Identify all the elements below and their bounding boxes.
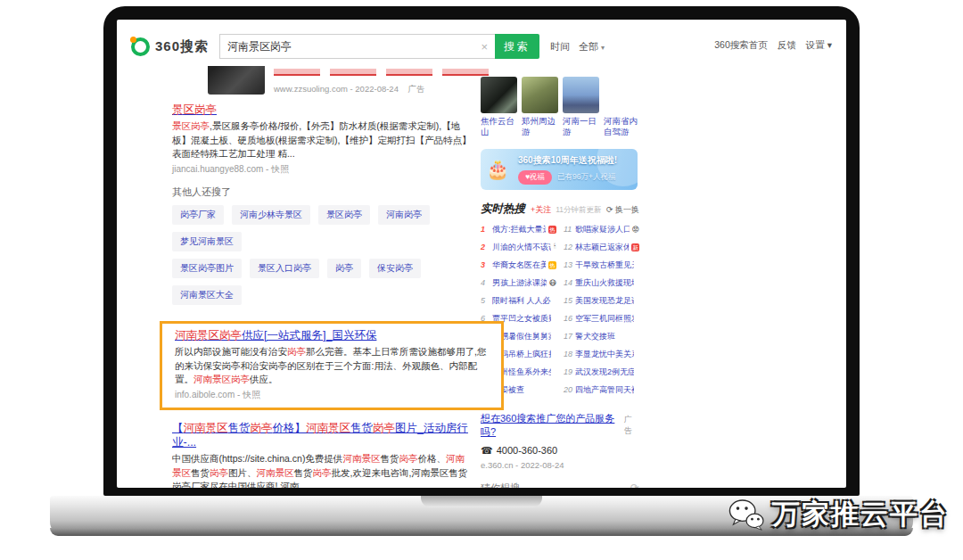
hot-label: 男孩上游泳课染HPV <box>492 277 547 289</box>
search-button[interactable]: 搜索 <box>495 34 539 59</box>
hot-search-item[interactable]: 12林志颖已返家休养新 <box>564 242 639 253</box>
hot-label: 四地产高管同天被查 <box>575 384 634 396</box>
hot-rank: 4 <box>481 278 490 287</box>
hot-search-item[interactable]: 16空军三机同框照发布 <box>564 313 639 325</box>
ad-thumbnail-image[interactable] <box>208 66 265 95</box>
result-title[interactable]: 景区岗亭 <box>172 103 217 117</box>
search-results-page: 360搜索 河南景区岗亭 × 搜索 时间 全部 ▾ <box>117 20 846 488</box>
hot-search-item[interactable]: 5限时福利 人人必备 <box>481 295 556 307</box>
hot-label: 俄方:拦截大量远程武器 <box>492 224 546 235</box>
search-filters: 时间 全部 ▾ <box>550 40 605 54</box>
hot-search-item[interactable]: 1俄方:拦截大量远程武器热 <box>481 224 556 235</box>
follow-button[interactable]: +关注 <box>531 204 551 216</box>
hot-search-item[interactable]: 17警犬交接班 <box>564 331 639 342</box>
results-content: www.zzsuoling.com - 2022-08-24 广告 景区岗亭景区… <box>117 66 846 488</box>
result-description: 所以内部设施可能没有治安岗亭那么完善。基本上日常所需设施都够用了,您的来访保安岗… <box>175 345 489 387</box>
hot-rank: 18 <box>564 350 572 358</box>
ad-sitelink[interactable] <box>386 69 432 76</box>
image-result[interactable]: 郑州周边游 <box>522 77 558 137</box>
promotion-link[interactable]: 想在360搜索推广您的产品服务吗? <box>481 412 624 439</box>
birthday-cake-icon: 🎂 <box>486 159 509 180</box>
image-result[interactable]: 河南一日游 <box>563 77 599 137</box>
search-result: 【河南景区售货岗亭价格】河南景区售货岗亭图片_活动房行业-...中国供应商(ht… <box>172 421 472 488</box>
hot-rank: 13 <box>564 260 572 269</box>
result-description: 景区岗亭,景区服务亭价格/报价,【外壳】防水材质(根据需求定制),【地板】混凝土… <box>172 119 472 161</box>
result-title[interactable]: 【河南景区售货岗亭价格】河南景区售货岗亭图片_活动房行业-... <box>172 421 472 450</box>
image-caption: 河南省内自驾游 <box>604 116 640 137</box>
related-search-pill[interactable]: 河南少林寺景区 <box>232 205 310 225</box>
nav-settings-link[interactable]: 设置 ▾ <box>806 39 832 52</box>
bless-count: 已有96万+人祝福 <box>557 172 615 183</box>
search-input[interactable]: 河南景区岗亭 × <box>219 34 495 59</box>
ad-sitelinks <box>274 66 489 76</box>
nav-home-link[interactable]: 360搜索首页 <box>714 39 768 52</box>
image-thumbnail[interactable] <box>604 77 640 113</box>
result-description: 中国供应商(https://site.china.cn)免费提供河南景区售货岗亭… <box>172 452 472 488</box>
related-row: 岗亭厂家河南少林寺景区景区岗亭河南岗亭梦见河南景区 <box>172 205 472 259</box>
chevron-down-icon: ▾ <box>601 44 605 52</box>
hot-search-item[interactable]: 20四地产高管同天被查 <box>564 384 639 396</box>
hot-label: 限时福利 人人必备 <box>492 295 551 307</box>
hot-label: 川渝的火情不该调侃 <box>492 242 551 253</box>
anniversary-banner[interactable]: 🎂 360搜索10周年送祝福啦! ♥祝福 已有96万+人祝福 <box>481 149 638 190</box>
related-search-pill[interactable]: 景区岗亭图片 <box>172 259 242 278</box>
hot-label: 华裔女名医在美遇害 <box>492 259 546 271</box>
hot-rank: 16 <box>564 314 572 323</box>
refresh-guess-icon[interactable]: ⟳ <box>630 482 639 488</box>
hot-search-item[interactable]: 15美国发现恐龙足迹 <box>564 295 639 307</box>
hot-search-item[interactable]: 19武汉发现2例无症状 <box>564 366 639 378</box>
result-url-line: jiancai.huangye88.com - 快照 <box>172 163 472 176</box>
hot-label: 武汉发现2例无症状 <box>575 366 634 378</box>
hot-badge-icon: 新 <box>631 243 639 251</box>
related-search-pill[interactable]: 景区入口岗亭 <box>250 259 319 278</box>
wechat-icon <box>728 498 765 531</box>
phone-icon: ☎ <box>481 445 493 457</box>
hot-emoji-icon: 😷 <box>549 279 556 287</box>
hot-label: 歌唱家疑涉人口贩卖 <box>575 224 630 235</box>
hot-rank: 15 <box>564 296 572 305</box>
related-search-pill[interactable]: 景区岗亭 <box>318 205 370 225</box>
hot-search-item[interactable]: 18李显龙忧中美关系 <box>564 349 639 360</box>
snapshot-link[interactable]: 快照 <box>271 164 289 174</box>
first-result-slot: 景区岗亭景区岗亭,景区服务亭价格/报价,【外壳】防水材质(根据需求定制),【地板… <box>172 103 472 176</box>
hot-search-item[interactable]: 13干旱致古桥重见天日 <box>564 259 639 271</box>
hot-search-item[interactable]: 4男孩上游泳课染HPV😷 <box>481 277 556 289</box>
refresh-hot-button[interactable]: ⟳ 换一换 <box>606 204 639 216</box>
image-result[interactable]: 河南省内自驾游 <box>604 77 640 137</box>
related-search-pill[interactable]: 梦见河南景区 <box>172 232 242 251</box>
bless-button[interactable]: ♥祝福 <box>518 170 552 185</box>
hot-search-item[interactable]: 14重庆山火救援现场 <box>564 277 639 289</box>
hot-search-item[interactable]: 11歌唱家疑涉人口贩卖😡 <box>564 224 639 235</box>
hot-search-item[interactable]: 3华裔女名医在美遇害热 <box>481 259 556 271</box>
image-caption: 焦作云台山 <box>481 116 517 137</box>
hot-label: 警犬交接班 <box>575 331 615 342</box>
related-search-pill[interactable]: 河南岗亭 <box>378 205 430 225</box>
image-thumbnail[interactable] <box>481 77 517 113</box>
image-thumbnail[interactable] <box>563 77 599 113</box>
hot-search-item[interactable]: 2川渝的火情不该调侃🕯 <box>481 242 556 253</box>
image-thumbnail[interactable] <box>522 77 558 113</box>
clear-search-icon[interactable]: × <box>481 40 488 54</box>
hot-label: 林志颖已返家休养 <box>575 242 629 253</box>
hot-rank: 20 <box>564 385 572 394</box>
hot-rank: 5 <box>481 296 490 305</box>
related-search-pill[interactable]: 岗亭厂家 <box>172 205 224 225</box>
related-search-pill[interactable]: 岗亭 <box>327 259 361 278</box>
result-title[interactable]: 河南景区岗亭供应[一站式服务]_国兴环保 <box>175 328 376 342</box>
image-result[interactable]: 焦作云台山 <box>481 77 517 137</box>
hot-rank: 14 <box>564 278 572 287</box>
filter-scope[interactable]: 全部 ▾ <box>579 40 605 54</box>
result-url-line: info.aibole.com - 快照 <box>175 389 489 401</box>
banner-title: 360搜索10周年送祝福啦! <box>518 154 638 167</box>
related-search-pill[interactable]: 河南景区大全 <box>172 285 242 305</box>
nav-feedback-link[interactable]: 反馈 <box>778 39 796 52</box>
logo-360-search[interactable]: 360搜索 <box>131 37 209 56</box>
ad-sitelink[interactable] <box>330 69 376 76</box>
result-url: info.aibole.com <box>175 390 235 399</box>
hot-emoji-icon: 😡 <box>632 226 639 234</box>
related-search-pill[interactable]: 保安岗亭 <box>369 259 421 278</box>
snapshot-link[interactable]: 快照 <box>243 390 260 399</box>
ad-sitelink[interactable] <box>274 69 320 76</box>
refresh-icon: ⟳ <box>606 205 613 214</box>
filter-time[interactable]: 时间 <box>550 40 570 54</box>
